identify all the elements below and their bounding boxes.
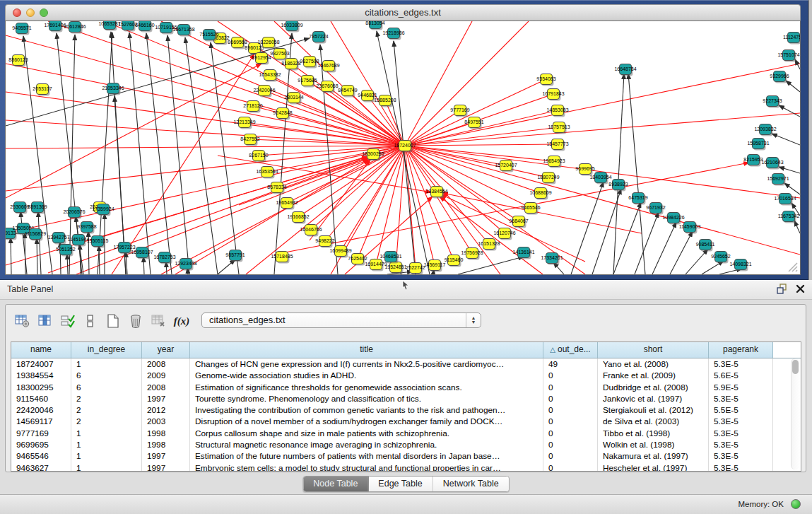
table-row[interactable]: 1830029562008Estimation of significance …: [11, 382, 801, 393]
table-row[interactable]: 1872400712008Changes of HCN gene express…: [11, 358, 801, 370]
unselect-all-columns-button[interactable]: [80, 312, 101, 330]
graph-node[interactable]: 19384554: [425, 187, 447, 199]
graph-node[interactable]: 16648784: [614, 64, 636, 76]
create-column-button[interactable]: [102, 312, 124, 330]
graph-node[interactable]: 12213349: [233, 117, 255, 129]
graph-node[interactable]: 16120746: [493, 228, 515, 240]
column-header-in_degree[interactable]: in_degree: [71, 342, 142, 358]
graph-node[interactable]: 8891369: [28, 202, 47, 214]
graph-node[interactable]: 11459003: [679, 222, 701, 234]
graph-node[interactable]: 6475319: [628, 193, 647, 205]
scrollbar-thumb[interactable]: [792, 360, 799, 374]
graph-node[interactable]: 9245652: [711, 252, 730, 264]
window-titlebar[interactable]: citations_edges.txt: [5, 4, 801, 21]
graph-node[interactable]: 16782753: [153, 252, 175, 264]
graph-node[interactable]: 9827508: [300, 57, 319, 69]
table-row[interactable]: 977716911998Corpus callosum shape and si…: [11, 428, 801, 439]
graph-node[interactable]: 5051352: [56, 245, 75, 257]
graph-node[interactable]: 9354083: [536, 74, 555, 86]
graph-node[interactable]: 7857224: [309, 32, 328, 44]
graph-node[interactable]: 15751074: [777, 50, 799, 62]
table-row[interactable]: 911546021997Tourette syndrome. Phenomeno…: [11, 393, 801, 404]
graph-node[interactable]: 16046766: [300, 225, 322, 237]
graph-node[interactable]: 6466160: [135, 21, 154, 33]
graph-node[interactable]: 9329966: [770, 71, 789, 83]
graph-node[interactable]: 19166852: [287, 212, 309, 224]
graph-node[interactable]: 9085411: [696, 240, 715, 252]
graph-node[interactable]: 17691406: [44, 21, 66, 33]
graph-node[interactable]: 14098321: [729, 259, 751, 271]
graph-node[interactable]: 10653287: [98, 21, 120, 31]
graph-node[interactable]: 18807249: [537, 173, 559, 185]
float-panel-icon[interactable]: [777, 284, 787, 294]
graph-node[interactable]: 15958731: [747, 139, 769, 151]
graph-node[interactable]: 8215953: [743, 155, 763, 167]
graph-node[interactable]: 2522742: [406, 263, 425, 275]
graph-node[interactable]: 22420046: [253, 86, 275, 98]
graph-node[interactable]: 9405571: [12, 23, 31, 35]
tab-node-table[interactable]: Node Table: [303, 477, 368, 491]
graph-node[interactable]: 20206576: [63, 207, 85, 219]
table-row[interactable]: 946362711997Embryonic stem cells: a mode…: [11, 462, 801, 472]
column-header-pagerank[interactable]: pagerank: [709, 342, 773, 358]
graph-node[interactable]: 21053346: [102, 83, 124, 95]
graph-node[interactable]: 7515526: [199, 30, 218, 42]
graph-node[interactable]: 15718485: [271, 252, 293, 264]
column-header-out_de[interactable]: △out_de...: [543, 342, 598, 358]
graph-node[interactable]: 17334261: [541, 253, 563, 265]
graph-node[interactable]: 15467689: [317, 61, 339, 73]
graph-node[interactable]: 16353594: [256, 167, 278, 179]
show-columns-button[interactable]: [35, 312, 56, 330]
table-mode-button[interactable]: [12, 312, 33, 330]
close-panel-icon[interactable]: [796, 284, 805, 293]
graph-node[interactable]: 8267150: [249, 151, 268, 163]
delete-table-button[interactable]: [148, 312, 169, 330]
delete-column-button[interactable]: [125, 312, 146, 330]
graph-node[interactable]: 16914479: [365, 259, 387, 271]
graph-node[interactable]: 9699695: [575, 164, 594, 176]
column-header-title[interactable]: title: [190, 342, 543, 358]
graph-node[interactable]: 9175685: [298, 76, 317, 88]
graph-node[interactable]: 11675342: [778, 211, 800, 223]
table-row[interactable]: 969969511998Structural magnetic resonanc…: [11, 439, 801, 450]
graph-node[interactable]: 13505115: [87, 236, 109, 248]
graph-node[interactable]: 2718120: [243, 101, 262, 113]
graph-node[interactable]: 9227343: [763, 96, 782, 108]
graph-node[interactable]: 9857791: [225, 250, 245, 262]
graph-node[interactable]: 15720407: [495, 160, 517, 173]
graph-node[interactable]: 16543382: [259, 70, 281, 82]
tab-edge-table[interactable]: Edge Table: [368, 477, 433, 491]
graph-node[interactable]: 23676068: [316, 81, 338, 93]
graph-node[interactable]: 12923448: [175, 259, 196, 271]
graph-node[interactable]: 20612846: [64, 22, 86, 34]
column-header-name[interactable]: name: [11, 342, 71, 358]
citation-graph[interactable]: 1872400718300295193845547463822866956889…: [6, 21, 800, 274]
graph-node[interactable]: 14136141: [512, 247, 534, 259]
table-row[interactable]: 1456911722003Disruption of a novel membe…: [11, 416, 801, 427]
table-row[interactable]: 946554611997Estimation of the future num…: [11, 450, 801, 462]
graph-node[interactable]: 8678334: [267, 182, 286, 194]
column-header-short[interactable]: short: [598, 342, 709, 358]
graph-node[interactable]: 19218986: [382, 28, 404, 40]
graph-node[interactable]: 19756928: [461, 248, 483, 260]
network-canvas[interactable]: 1872400718300295193845547463822866956889…: [5, 21, 801, 275]
graph-node[interactable]: 13942757: [47, 233, 69, 245]
table-row[interactable]: 2242004622012Investigating the contribut…: [11, 404, 801, 416]
select-all-columns-button[interactable]: [57, 312, 78, 330]
graph-node[interactable]: 9777169: [450, 105, 469, 117]
graph-node[interactable]: 11124753: [783, 33, 800, 45]
graph-node[interactable]: 9115460: [445, 255, 464, 267]
graph-node[interactable]: 16791843: [542, 89, 564, 101]
graph-node[interactable]: 15457773: [546, 139, 568, 151]
graph-node[interactable]: 10688609: [529, 188, 551, 200]
graph-node[interactable]: 2053107: [33, 84, 52, 96]
column-header-year[interactable]: year: [142, 342, 190, 358]
graph-node[interactable]: 8427552: [240, 134, 259, 146]
graph-node[interactable]: 10984226: [662, 213, 684, 225]
function-builder-button[interactable]: f(x): [170, 315, 194, 327]
graph-node[interactable]: 9397588: [77, 222, 96, 234]
table-select-dropdown[interactable]: citations_edges.txt ▲▼: [201, 313, 481, 328]
table-vertical-scrollbar[interactable]: [791, 358, 800, 469]
graph-node[interactable]: 8454749: [338, 86, 357, 98]
tab-network-table[interactable]: Network Table: [433, 477, 509, 491]
